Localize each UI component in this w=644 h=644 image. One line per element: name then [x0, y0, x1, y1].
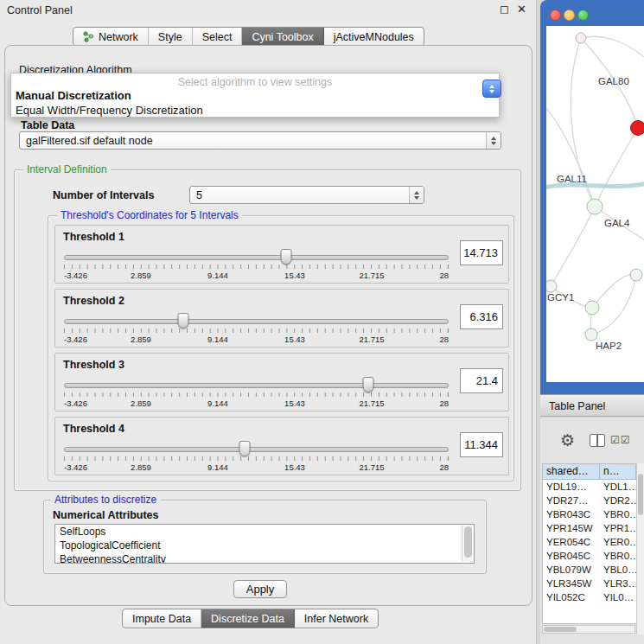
threshold-value-field[interactable]: 11.344: [460, 432, 503, 457]
table-row[interactable]: YPR145WYPR1…: [543, 521, 636, 535]
slider-ticks: [64, 328, 449, 333]
table-cell[interactable]: YIL0…: [600, 590, 636, 604]
table-row[interactable]: YER054CYER0…: [543, 535, 636, 549]
table-cell[interactable]: YBR0…: [600, 507, 636, 521]
number-of-intervals-label: Number of Intervals: [53, 189, 154, 201]
threshold-slider[interactable]: -3.426 2.859 9.144 15.43 21.715 28: [64, 439, 449, 475]
chevron-up-icon: [489, 85, 494, 88]
table-cell[interactable]: YDL19…: [543, 480, 600, 494]
scrollbar-thumb[interactable]: [544, 627, 577, 632]
slider-ticks: [64, 265, 449, 269]
zoom-window-button[interactable]: [577, 10, 589, 21]
scrollbar-thumb[interactable]: [638, 474, 643, 515]
tab-infer-network[interactable]: Infer Network: [295, 609, 378, 628]
slider-track[interactable]: [64, 255, 449, 260]
table-cell[interactable]: YBR043C: [543, 507, 600, 521]
minimize-window-button[interactable]: [564, 10, 575, 21]
tab-jactivemnodules-label: jActiveMNodules: [334, 31, 414, 43]
network-node[interactable]: [587, 199, 603, 215]
tab-select[interactable]: Select: [193, 28, 243, 46]
table-row[interactable]: YBR045CYBR0…: [543, 549, 636, 563]
table-row[interactable]: YLR345WYLR3…: [543, 577, 636, 590]
slider-track[interactable]: [64, 383, 449, 388]
slider-track[interactable]: [64, 319, 449, 324]
slider-thumb[interactable]: [239, 441, 251, 456]
tab-network[interactable]: Network: [73, 28, 149, 46]
table-row[interactable]: YBL079WYBL0…: [543, 563, 636, 577]
algorithm-combo-button[interactable]: [482, 80, 501, 98]
tick-label: -3.426: [64, 335, 87, 344]
table-cell[interactable]: YDR27…: [543, 494, 600, 507]
tab-jactivemnodules[interactable]: jActiveMNodules: [324, 28, 424, 46]
tick-label: 9.144: [207, 462, 228, 472]
table-cell[interactable]: YBL079W: [543, 563, 600, 577]
gear-icon[interactable]: ⚙: [560, 432, 575, 449]
combo-stepper-icon[interactable]: [409, 187, 424, 203]
tab-impute-data[interactable]: Impute Data: [123, 609, 201, 628]
threshold-slider[interactable]: -3.426 2.859 9.144 15.43 21.715 28: [64, 247, 449, 284]
tab-style[interactable]: Style: [149, 28, 193, 46]
network-node[interactable]: [585, 328, 598, 341]
columns-icon[interactable]: [590, 434, 605, 447]
table-cell[interactable]: YPR1…: [600, 521, 636, 535]
algorithm-option-manual[interactable]: Manual Discretization: [16, 89, 131, 102]
table-cell[interactable]: YER054C: [543, 535, 600, 549]
table-cell[interactable]: YPR145W: [543, 521, 600, 535]
number-of-intervals-combo[interactable]: 5: [189, 186, 424, 204]
network-node[interactable]: [630, 269, 643, 282]
table-row[interactable]: YBR043CYBR0…: [543, 507, 636, 521]
tick-label: 28: [439, 399, 449, 408]
table-cell[interactable]: YBR045C: [543, 549, 600, 563]
network-node-selected[interactable]: [630, 120, 644, 136]
numerical-attributes-list[interactable]: SelfLoopsTopologicalCoefficientBetweenne…: [54, 524, 475, 564]
slider-track[interactable]: [64, 447, 449, 452]
slider-ticks: [64, 392, 449, 397]
list-item[interactable]: BetweennessCentrality: [55, 552, 474, 564]
number-of-intervals-value: 5: [196, 189, 202, 201]
column-header-shared-name[interactable]: shared…: [543, 464, 600, 480]
table-row[interactable]: YDR27…YDR2…: [543, 494, 636, 507]
table-data-combo[interactable]: galFiltered.sif default node: [19, 131, 501, 150]
tab-discretize-data[interactable]: Discretize Data: [201, 609, 295, 628]
table-cell[interactable]: YBL0…: [600, 563, 636, 577]
tick-label: 15.43: [284, 271, 305, 280]
slider-thumb[interactable]: [177, 313, 188, 328]
scrollbar-thumb[interactable]: [464, 526, 472, 558]
threshold-value-field[interactable]: 6.316: [460, 304, 503, 329]
network-canvas[interactable]: GAL80GAL11GAL4GCY1HAP2: [546, 26, 644, 382]
threshold-value-field[interactable]: 21.4: [460, 368, 503, 393]
select-rows-icon[interactable]: ☑☑: [610, 434, 631, 446]
slider-thumb[interactable]: [280, 249, 291, 265]
algorithm-option-equal-width[interactable]: Equal Width/Frequency Discretization: [16, 104, 203, 117]
table-horizontal-scrollbar[interactable]: [542, 625, 635, 634]
threshold-slider[interactable]: -3.426 2.859 9.144 15.43 21.715 28: [64, 375, 449, 411]
thresholds-group-title: Threshold's Coordinates for 5 Intervals: [57, 209, 242, 221]
table-row[interactable]: YIL052CYIL0…: [543, 590, 636, 604]
column-header-name[interactable]: n…: [600, 464, 636, 480]
threshold-slider[interactable]: -3.426 2.859 9.144 15.43 21.715 28: [64, 311, 449, 348]
slider-thumb[interactable]: [362, 377, 373, 392]
table-panel-title: Table Panel: [549, 400, 605, 412]
close-window-button[interactable]: [550, 10, 561, 21]
table-cell[interactable]: YBR0…: [600, 549, 636, 563]
table-cell[interactable]: YER0…: [600, 535, 636, 549]
threshold-value-field[interactable]: 14.713: [460, 240, 503, 265]
apply-button[interactable]: Apply: [233, 580, 287, 598]
list-item[interactable]: TopologicalCoefficient: [55, 539, 474, 552]
table-cell[interactable]: YLR3…: [600, 577, 636, 590]
table-cell[interactable]: YDL1…: [600, 480, 636, 494]
float-window-icon[interactable]: ◻: [500, 3, 509, 16]
combo-stepper-icon[interactable]: [486, 132, 501, 149]
table-cell[interactable]: YDR2…: [600, 494, 636, 507]
tick-label: 2.859: [131, 399, 151, 408]
network-node[interactable]: [585, 301, 600, 316]
list-item[interactable]: SelfLoops: [55, 525, 474, 539]
table-row[interactable]: YDL19…YDL1…: [543, 480, 636, 494]
table-cell[interactable]: YLR345W: [543, 577, 600, 590]
network-node[interactable]: [576, 33, 587, 44]
table-vertical-scrollbar[interactable]: [636, 463, 644, 634]
table-cell[interactable]: YIL052C: [543, 590, 600, 604]
tab-cyni-toolbox[interactable]: Cyni Toolbox: [242, 28, 323, 46]
list-scrollbar[interactable]: [462, 526, 473, 562]
close-panel-icon[interactable]: ✕: [517, 3, 526, 16]
